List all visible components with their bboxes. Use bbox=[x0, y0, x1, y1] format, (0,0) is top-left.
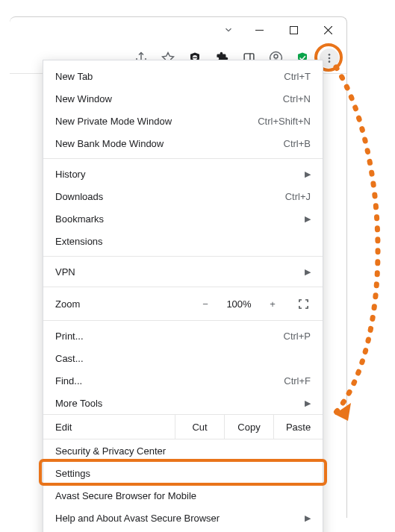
menu-zoom-row: Zoom − 100% + bbox=[43, 291, 323, 316]
menu-item-label: More Tools bbox=[55, 398, 296, 409]
submenu-arrow-icon: ▶ bbox=[305, 214, 311, 224]
menu-help[interactable]: Help and About Avast Secure Browser ▶ bbox=[43, 507, 323, 529]
menu-item-shortcut: Ctrl+F bbox=[284, 375, 311, 387]
menu-item-shortcut: Ctrl+J bbox=[285, 191, 311, 202]
menu-settings[interactable]: Settings bbox=[43, 462, 323, 484]
menu-cast[interactable]: Cast... bbox=[43, 347, 323, 369]
menu-item-label: VPN bbox=[55, 266, 296, 278]
main-menu: New Tab Ctrl+T New Window Ctrl+N New Pri… bbox=[43, 60, 323, 532]
menu-new-private[interactable]: New Private Mode Window Ctrl+Shift+N bbox=[43, 110, 323, 132]
menu-edit-row: Edit Cut Copy Paste bbox=[43, 414, 323, 439]
menu-item-label: Downloads bbox=[55, 191, 276, 202]
zoom-in-button[interactable]: + bbox=[264, 295, 281, 312]
zoom-out-button[interactable]: − bbox=[197, 295, 214, 312]
menu-print[interactable]: Print... Ctrl+P bbox=[43, 325, 323, 347]
menu-find[interactable]: Find... Ctrl+F bbox=[43, 369, 323, 392]
cut-button[interactable]: Cut bbox=[175, 415, 224, 439]
menu-item-label: New Tab bbox=[55, 71, 275, 82]
submenu-arrow-icon: ▶ bbox=[305, 398, 311, 408]
titlebar bbox=[10, 17, 346, 43]
svg-point-14 bbox=[329, 60, 331, 63]
menu-item-label: Extensions bbox=[55, 236, 311, 247]
menu-security-center[interactable]: Security & Privacy Center bbox=[43, 439, 323, 462]
menu-item-label: Bookmarks bbox=[55, 213, 296, 225]
menu-item-label: Print... bbox=[55, 331, 275, 342]
menu-item-label: Find... bbox=[55, 375, 275, 387]
maximize-button[interactable] bbox=[276, 18, 311, 42]
menu-item-label: New Private Mode Window bbox=[55, 116, 249, 127]
menu-item-label: New Window bbox=[55, 93, 274, 104]
menu-separator bbox=[43, 287, 323, 287]
edit-label: Edit bbox=[43, 415, 175, 439]
menu-item-shortcut: Ctrl+Shift+N bbox=[258, 116, 311, 127]
submenu-arrow-icon: ▶ bbox=[305, 513, 311, 523]
menu-item-shortcut: Ctrl+P bbox=[284, 331, 311, 342]
submenu-arrow-icon: ▶ bbox=[305, 267, 311, 277]
zoom-value: 100% bbox=[224, 298, 254, 310]
menu-separator bbox=[43, 158, 323, 159]
menu-item-shortcut: Ctrl+B bbox=[284, 138, 311, 149]
menu-item-label: Help and About Avast Secure Browser bbox=[55, 513, 296, 524]
menu-item-label: New Bank Mode Window bbox=[55, 138, 275, 149]
menu-new-tab[interactable]: New Tab Ctrl+T bbox=[43, 65, 323, 87]
svg-point-13 bbox=[329, 57, 331, 59]
paste-button[interactable]: Paste bbox=[273, 415, 323, 439]
svg-rect-7 bbox=[193, 57, 197, 57]
menu-item-label: Avast Secure Browser for Mobile bbox=[55, 490, 311, 501]
menu-new-window[interactable]: New Window Ctrl+N bbox=[43, 87, 323, 110]
submenu-arrow-icon: ▶ bbox=[305, 169, 311, 179]
menu-new-bank[interactable]: New Bank Mode Window Ctrl+B bbox=[43, 132, 323, 154]
copy-button[interactable]: Copy bbox=[224, 415, 273, 439]
menu-item-shortcut: Ctrl+T bbox=[284, 71, 311, 82]
svg-rect-1 bbox=[290, 26, 297, 34]
menu-downloads[interactable]: Downloads Ctrl+J bbox=[43, 185, 323, 207]
zoom-label: Zoom bbox=[55, 298, 197, 310]
menu-item-shortcut: Ctrl+N bbox=[283, 93, 311, 104]
menu-item-label: Security & Privacy Center bbox=[55, 445, 311, 457]
menu-item-label: Settings bbox=[55, 468, 311, 479]
tab-search-button[interactable] bbox=[217, 19, 240, 40]
menu-separator bbox=[43, 256, 323, 257]
menu-bookmarks[interactable]: Bookmarks ▶ bbox=[43, 207, 323, 230]
menu-mobile[interactable]: Avast Secure Browser for Mobile bbox=[43, 484, 323, 507]
svg-point-11 bbox=[273, 54, 277, 58]
menu-separator bbox=[43, 320, 323, 321]
menu-item-label: Cast... bbox=[55, 353, 311, 364]
close-button[interactable] bbox=[311, 18, 345, 42]
menu-more-tools[interactable]: More Tools ▶ bbox=[43, 392, 323, 414]
minimize-button[interactable] bbox=[242, 18, 276, 42]
svg-point-12 bbox=[329, 54, 331, 56]
fullscreen-button[interactable] bbox=[293, 293, 314, 314]
menu-history[interactable]: History ▶ bbox=[43, 163, 323, 185]
menu-extensions[interactable]: Extensions bbox=[43, 230, 323, 252]
menu-item-label: History bbox=[55, 169, 296, 180]
menu-vpn[interactable]: VPN ▶ bbox=[43, 260, 323, 283]
